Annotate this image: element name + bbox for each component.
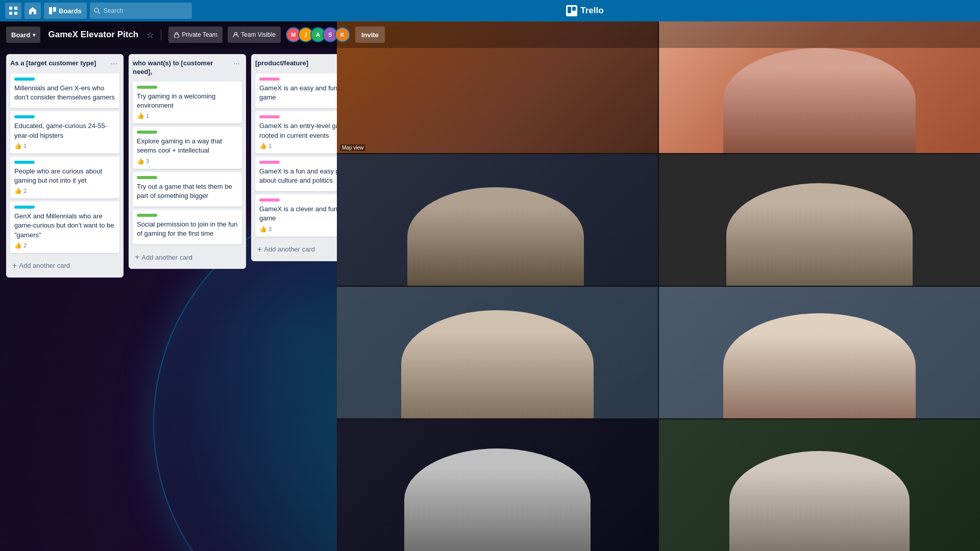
card-3-3[interactable]: GameX is a fun and easy game about cultu…	[255, 157, 337, 191]
card-votes-2-1: 👍1	[137, 112, 149, 119]
member-avatars: M J A S K	[289, 27, 350, 42]
boards-label: Boards	[59, 7, 82, 15]
svg-rect-9	[568, 7, 571, 13]
star-button[interactable]: ☆	[146, 30, 154, 40]
invite-label: Invite	[361, 31, 379, 39]
card-label-2-4	[137, 214, 157, 217]
svg-rect-4	[49, 7, 52, 14]
card-text-1-4: GenX and Millennials who are game-curiou…	[14, 212, 115, 240]
card-text-3-1: GameX is an easy and fun mobile game	[259, 84, 337, 102]
vote-count: 3	[146, 158, 149, 164]
video-cell-6	[659, 287, 980, 418]
column-menu-1[interactable]: ···	[109, 59, 119, 68]
privacy-button[interactable]: Private Team	[168, 27, 223, 43]
card-footer-1-3: 👍2	[14, 187, 115, 194]
video-panel: Map view	[337, 21, 980, 551]
apps-button[interactable]	[5, 3, 21, 19]
vote-count: 2	[23, 188, 27, 194]
add-card-button-1[interactable]: +Add another card	[10, 258, 119, 273]
card-footer-1-2: 👍1	[14, 142, 115, 149]
add-card-label-2: Add another card	[141, 254, 192, 261]
card-label-1-2	[14, 115, 35, 118]
vote-count: 3	[268, 226, 272, 232]
card-label-2-3	[137, 176, 157, 179]
add-card-button-2[interactable]: +Add another card	[133, 249, 242, 265]
thumb-icon: 👍	[14, 142, 22, 149]
privacy-label: Private Team	[182, 31, 217, 38]
thumb-icon: 👍	[137, 112, 144, 119]
card-label-1-3	[14, 161, 35, 164]
column-header-1: As a [target customer type]···	[10, 58, 119, 69]
search-bar[interactable]: Search	[90, 3, 192, 19]
thumb-icon: 👍	[14, 187, 22, 194]
card-2-3[interactable]: Try out a game that lets them be part of…	[133, 172, 242, 207]
card-text-2-1: Try gaming in a welcoming environment	[137, 92, 238, 110]
card-text-3-3: GameX is a fun and easy game about cultu…	[259, 167, 337, 185]
vote-count: 2	[23, 242, 27, 248]
team-label: Team Visible	[241, 31, 276, 38]
avatar-5[interactable]: K	[335, 27, 350, 42]
card-label-3-3	[259, 161, 280, 164]
card-2-2[interactable]: Explore gaming in a way that seems cool …	[133, 127, 242, 168]
card-label-1-1	[14, 78, 35, 81]
svg-point-6	[94, 8, 99, 12]
board-label: Board	[11, 31, 31, 39]
card-text-2-2: Explore gaming in a way that seems cool …	[137, 137, 238, 155]
card-1-2[interactable]: Educated, game-curious 24-55-year-old hi…	[10, 111, 119, 153]
column-title-3: [product/feature]	[255, 59, 337, 68]
video-cell-4	[659, 154, 980, 286]
column-menu-2[interactable]: ···	[231, 59, 242, 68]
thumb-icon: 👍	[259, 142, 267, 149]
vote-count: 1	[268, 143, 272, 149]
card-1-3[interactable]: People who are curious about gaming but …	[10, 157, 119, 198]
column-1: As a [target customer type]···Millennial…	[6, 54, 124, 278]
card-label-2-1	[137, 86, 157, 89]
topbar: Boards Search Trello	[0, 0, 980, 21]
video-cell-7	[337, 419, 658, 551]
vote-count: 1	[146, 113, 149, 119]
board-content: As a [target customer type]···Millennial…	[0, 48, 337, 551]
board-view-button[interactable]: Board ▾	[6, 27, 40, 43]
card-label-1-4	[14, 206, 35, 209]
card-1-1[interactable]: Millennials and Gen X-ers who don't cons…	[10, 73, 119, 108]
card-votes-1-3: 👍2	[14, 187, 27, 194]
card-3-2[interactable]: GameX is an entry-level game rooted in c…	[255, 111, 337, 153]
trello-logo: Trello	[566, 5, 603, 16]
board-header: Board ▾ GameX Elevator Pitch ☆ Private T…	[0, 21, 980, 48]
card-votes-1-2: 👍1	[14, 142, 27, 149]
column-header-3: [product/feature]···	[255, 58, 337, 69]
card-footer-1-4: 👍2	[14, 242, 115, 249]
card-3-4[interactable]: GameX is a clever and fun mobile game👍3	[255, 194, 337, 236]
video-cell-8	[659, 419, 980, 551]
add-card-button-3[interactable]: +Add another card	[255, 242, 337, 257]
search-placeholder: Search	[104, 7, 123, 14]
invite-button[interactable]: Invite	[355, 27, 385, 43]
add-card-label-3: Add another card	[264, 245, 315, 253]
header-divider	[161, 29, 161, 40]
card-text-1-3: People who are curious about gaming but …	[14, 167, 115, 185]
video-grid: Map view	[337, 21, 980, 551]
card-3-1[interactable]: GameX is an easy and fun mobile game	[255, 73, 337, 108]
column-title-1: As a [target customer type]	[10, 59, 109, 68]
svg-rect-10	[572, 7, 576, 11]
card-1-4[interactable]: GenX and Millennials who are game-curiou…	[10, 202, 119, 253]
boards-button[interactable]: Boards	[44, 3, 87, 19]
card-footer-3-4: 👍3	[259, 226, 337, 233]
card-votes-3-2: 👍1	[259, 142, 272, 149]
home-button[interactable]	[24, 3, 41, 19]
svg-rect-5	[53, 7, 56, 12]
board-title: GameX Elevator Pitch	[45, 30, 142, 40]
trello-label: Trello	[580, 6, 603, 16]
card-2-1[interactable]: Try gaming in a welcoming environment👍1	[133, 82, 242, 123]
card-text-2-3: Try out a game that lets them be part of…	[137, 182, 238, 201]
card-2-4[interactable]: Social permission to join in the fun of …	[133, 210, 242, 244]
svg-rect-0	[9, 7, 12, 10]
add-card-icon-1: +	[12, 261, 17, 270]
thumb-icon: 👍	[14, 242, 22, 249]
team-visibility-button[interactable]: Team Visible	[228, 27, 281, 43]
svg-rect-1	[14, 7, 17, 10]
svg-rect-3	[14, 12, 17, 15]
card-footer-2-1: 👍1	[137, 112, 238, 119]
add-card-icon-3: +	[257, 245, 262, 254]
card-footer-2-2: 👍3	[137, 158, 238, 165]
